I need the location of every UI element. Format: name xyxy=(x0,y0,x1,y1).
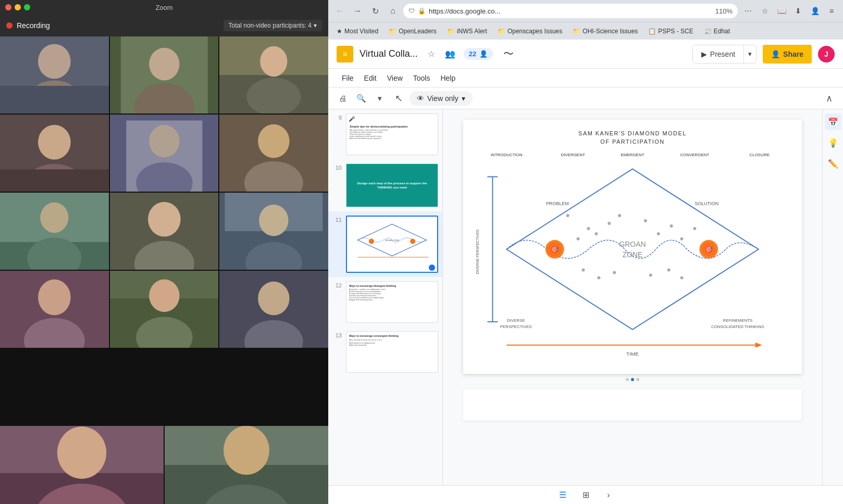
slide-thumb-13[interactable]: Ways to encourage convergent thinking Ak… xyxy=(346,331,438,373)
reading-list-button[interactable]: 📖 xyxy=(774,4,789,18)
minimize-btn[interactable] xyxy=(15,4,21,10)
main-container: Zoom Recording Total non-video participa… xyxy=(0,0,843,504)
slide-9-line-5: Attend to and address power dynamics xyxy=(350,137,435,140)
slide-9-title: Simple tips for democratizing participat… xyxy=(350,125,435,128)
bookmark-label: iNWS Alert xyxy=(457,28,487,35)
docs-content: 9 🎤 Simple tips for democratizing partic… xyxy=(328,109,843,485)
downloads-button[interactable]: ⬇ xyxy=(791,4,805,18)
collapse-panel-button[interactable]: ∧ xyxy=(821,91,837,106)
window-controls xyxy=(5,4,30,10)
diagram-subtitle: OF PARTICIPATION xyxy=(600,138,664,145)
address-bar[interactable]: 🛡 🔒 https://docs.google.co... 110% xyxy=(403,4,738,18)
slide-13-content: Ways to encourage convergent thinking Ak… xyxy=(346,332,438,349)
video-cell-7 xyxy=(0,193,109,270)
filmstrip-view-button[interactable]: ☰ xyxy=(555,488,570,502)
slide-thumb-12[interactable]: Ways to encourage divergent thinking Bra… xyxy=(346,281,438,323)
slide-11-presenter xyxy=(347,263,437,272)
zoom-button[interactable]: 🔍 xyxy=(353,91,369,106)
video-cell-2 xyxy=(110,36,219,114)
present-main-button[interactable]: ▶ Present xyxy=(693,45,743,63)
slide-13-subtitle: Aka, getting through the groan zone xyxy=(349,338,435,341)
slides-panel[interactable]: 9 🎤 Simple tips for democratizing partic… xyxy=(328,109,443,485)
present-button-group[interactable]: ▶ Present ▾ xyxy=(692,45,757,64)
menu-edit[interactable]: Edit xyxy=(359,72,382,84)
menu-file[interactable]: File xyxy=(337,72,359,84)
next-slide-button[interactable]: › xyxy=(601,488,616,502)
print-button[interactable]: 🖨 xyxy=(334,91,350,106)
slide-thumb-10[interactable]: Design each step of the process to suppo… xyxy=(346,163,438,207)
bookmark-label: Edhat xyxy=(714,28,730,35)
menu-button[interactable]: ≡ xyxy=(824,4,839,18)
pagination-dot-3 xyxy=(636,378,639,381)
view-only-button[interactable]: 👁 View only ▾ xyxy=(410,91,473,106)
menu-view[interactable]: View xyxy=(382,72,408,84)
extensions-button[interactable]: ⋯ xyxy=(741,4,755,18)
slide-number-12: 12 xyxy=(332,281,342,288)
slide-13-title: Ways to encourage convergent thinking xyxy=(349,334,435,337)
move-button[interactable]: 👥 xyxy=(443,47,457,61)
bookmark-most-visited[interactable]: ★ Most Visited xyxy=(332,26,382,37)
video-cell-12 xyxy=(219,271,328,348)
menu-help[interactable]: Help xyxy=(435,72,461,84)
main-slide-view: SAM KANER'S DIAMOND MODEL OF PARTICIPATI… xyxy=(443,109,822,485)
close-btn[interactable] xyxy=(5,4,11,10)
collaborators-badge[interactable]: 22 👤 xyxy=(464,48,493,60)
bookmark-inws[interactable]: 📁 iNWS Alert xyxy=(443,26,491,37)
bottom-video-row xyxy=(0,426,328,504)
svg-rect-3 xyxy=(0,86,109,114)
back-button[interactable]: ← xyxy=(332,4,347,18)
cursor-button[interactable]: ↖ xyxy=(391,91,406,106)
slide-item-10[interactable]: 10 Design each step of the process to su… xyxy=(328,159,442,211)
zoom-dropdown-button[interactable]: ▾ xyxy=(372,91,388,106)
home-button[interactable]: ⌂ xyxy=(386,4,400,18)
time-label: TIME xyxy=(626,351,639,357)
calendar-sidebar-button[interactable]: 📅 xyxy=(825,114,841,130)
folder-icon: 📁 xyxy=(389,28,396,35)
solution-label: SOLUTION xyxy=(695,201,718,206)
video-cell-3 xyxy=(219,36,328,114)
slide-number-10: 10 xyxy=(332,163,342,171)
eye-icon: 👁 xyxy=(417,94,424,103)
bookmark-star-button[interactable]: ☆ xyxy=(758,4,772,18)
participant-icon-left: 🎯 xyxy=(551,245,559,253)
slide-item-12[interactable]: 12 Ways to encourage divergent thinking … xyxy=(328,277,442,327)
slide-10-content: Design each step of the process to suppo… xyxy=(346,164,438,207)
docs-title-icons: ☆ 👥 xyxy=(424,47,457,61)
slide-thumb-11[interactable]: GROAN ZONE xyxy=(346,216,438,273)
zoom-level: 110% xyxy=(715,7,733,15)
slide-item-9[interactable]: 9 🎤 Simple tips for democratizing partic… xyxy=(328,109,442,159)
activity-button[interactable]: 〜 xyxy=(499,45,518,64)
bookmark-ohi[interactable]: 📁 OHI-Science Issues xyxy=(568,26,642,37)
svg-point-21 xyxy=(258,124,290,158)
slide-item-13[interactable]: 13 Ways to encourage convergent thinking… xyxy=(328,327,442,377)
maximize-btn[interactable] xyxy=(24,4,30,10)
video-cell-9 xyxy=(219,193,328,270)
bookmark-edhat[interactable]: 📰 Edhat xyxy=(700,26,734,37)
slide-thumb-9[interactable]: 🎤 Simple tips for democratizing particip… xyxy=(346,114,438,155)
forward-button[interactable]: → xyxy=(350,4,365,18)
share-button[interactable]: 👤 Share xyxy=(763,45,812,64)
profile-button[interactable]: 👤 xyxy=(808,4,822,18)
dot-3 xyxy=(577,237,580,241)
grid-view-button[interactable]: ⊞ xyxy=(578,488,593,502)
svg-point-46 xyxy=(57,426,106,478)
pencil-sidebar-button[interactable]: ✏️ xyxy=(825,155,841,172)
bookmark-psps[interactable]: 📋 PSPS - SCE xyxy=(644,26,697,37)
slide-item-11[interactable]: 11 xyxy=(328,211,442,277)
bookmark-openscapes[interactable]: 📁 Openscapes Issues xyxy=(493,26,566,37)
consolidated-thinking-label: CONSOLIDATED THINKING xyxy=(711,324,764,329)
present-dropdown-button[interactable]: ▾ xyxy=(743,45,756,63)
zoom-window: Zoom Recording Total non-video participa… xyxy=(0,0,328,504)
label-introduction: INTRODUCTION xyxy=(491,153,523,157)
svg-point-50 xyxy=(224,426,269,475)
user-avatar[interactable]: J xyxy=(818,46,835,62)
bookmarks-bar: ★ Most Visited 📁 OpenLeaders 📁 iNWS Aler… xyxy=(328,22,843,40)
pagination-dots xyxy=(626,374,639,385)
reload-button[interactable]: ↻ xyxy=(368,4,382,18)
menu-tools[interactable]: Tools xyxy=(408,72,436,84)
lightbulb-sidebar-button[interactable]: 💡 xyxy=(825,134,841,151)
bookmark-openleaders[interactable]: 📁 OpenLeaders xyxy=(385,26,441,37)
slide-12-line-6: Engage diverse perspectives... xyxy=(349,299,435,301)
star-button[interactable]: ☆ xyxy=(424,47,439,61)
participants-badge[interactable]: Total non-video participants: 4 ▾ xyxy=(224,20,322,31)
